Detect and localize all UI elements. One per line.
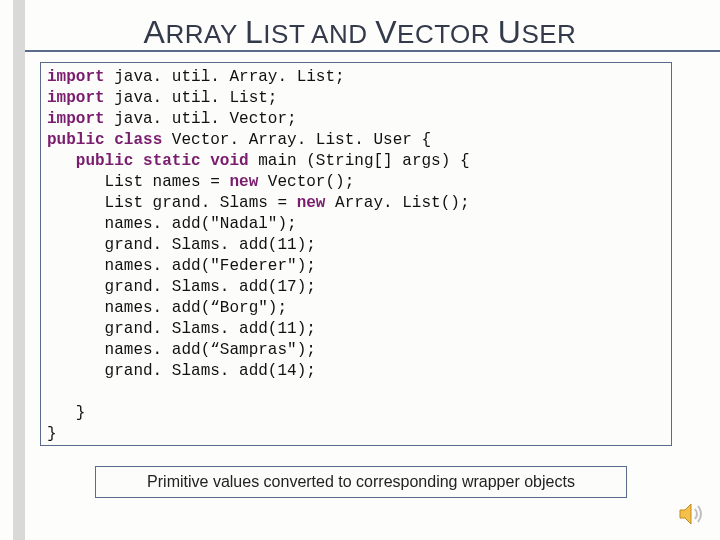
speaker-icon [678,502,706,526]
caption-box: Primitive values converted to correspond… [95,466,627,498]
left-accent-bar [13,0,25,540]
slide-title: ARRAY LIST AND VECTOR USER [0,14,720,51]
code-block: import java. util. Array. List; import j… [40,62,672,446]
